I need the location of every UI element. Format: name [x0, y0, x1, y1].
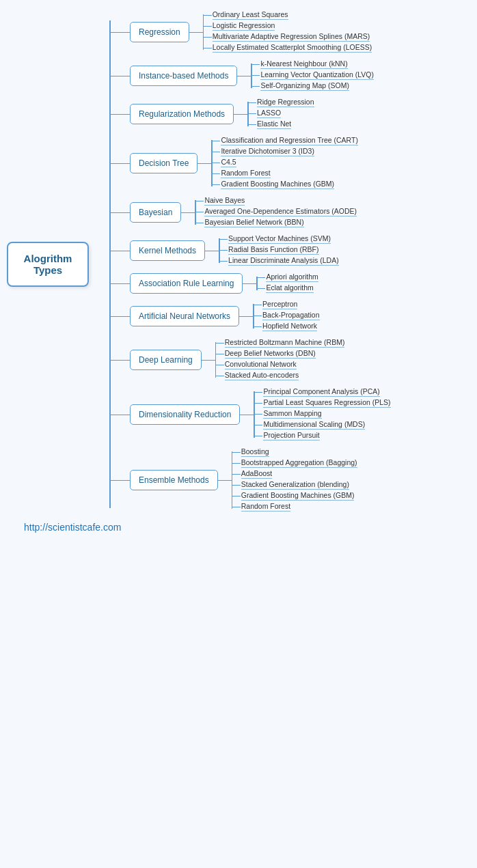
item-text: Restricted Boltzmann Machine (RBM)	[225, 338, 345, 348]
list-item: Iterative Dichotomiser 3 (ID3)	[211, 147, 358, 156]
items-block-kernel: Support Vector Machines (SVM)Radial Basi…	[219, 234, 339, 267]
category-decision-tree: Decision Tree	[130, 153, 197, 173]
category-regularization: Regularization Methods	[130, 104, 234, 124]
list-item: Boosting	[232, 447, 357, 457]
list-item: Self-Organizing Map (SOM)	[251, 81, 374, 91]
group-row-ensemble: Ensemble MethodsBoostingBootstrapped Agg…	[130, 447, 477, 513]
item-text: Apriori algorithm	[266, 272, 318, 282]
item-text: Deep Belief Networks (DBN)	[225, 349, 316, 359]
item-text: Naive Bayes	[204, 196, 245, 206]
items-block-dimensionality: Principal Component Analysis (PCA)Partia…	[254, 387, 390, 442]
item-text: AdaBoost	[241, 469, 273, 479]
items-block-regression: Ordinary Least SquaresLogistic Regressio…	[203, 10, 372, 54]
list-item: Ridge Regression	[247, 98, 314, 107]
item-text: Logistic Regression	[213, 21, 275, 31]
item-text: Stacked Generalization (blending)	[241, 480, 349, 490]
item-text: Ridge Regression	[257, 98, 314, 107]
list-item: Projection Pursuit	[254, 431, 390, 440]
items-block-bayesian: Naive BayesAveraged One-Dependence Estim…	[195, 196, 357, 229]
list-item: Random Forest	[211, 169, 358, 178]
group-row-kernel: Kernel MethodsSupport Vector Machines (S…	[130, 234, 477, 267]
list-item: Restricted Boltzmann Machine (RBM)	[215, 338, 345, 348]
list-item: Naive Bayes	[195, 196, 357, 206]
item-text: Ordinary Least Squares	[213, 10, 288, 20]
page-layout: Alogrithm Types RegressionOrdinary Least…	[0, 0, 477, 518]
item-text: Random Forest	[241, 502, 290, 512]
list-item: Linear Discriminate Analysis (LDA)	[219, 256, 339, 266]
right-column: RegressionOrdinary Least SquaresLogistic…	[106, 10, 477, 518]
list-item: Random Forest	[232, 502, 357, 512]
list-item: k-Nearest Neighbour (kNN)	[251, 59, 374, 69]
group-row-association: Association Rule LearningApriori algorit…	[130, 272, 477, 294]
item-text: Learning Vector Quantization (LVQ)	[260, 70, 374, 80]
h-connector-instance-based	[237, 76, 251, 76]
category-ensemble: Ensemble Methods	[130, 470, 218, 490]
category-instance-based: Instance-based Methods	[130, 66, 237, 86]
group-row-decision-tree: Decision TreeClassification and Regressi…	[130, 136, 477, 191]
item-text: Hopfield Network	[262, 322, 317, 331]
item-text: Sammon Mapping	[263, 409, 321, 419]
group-row-regression: RegressionOrdinary Least SquaresLogistic…	[130, 10, 477, 54]
category-regression: Regression	[130, 22, 189, 42]
item-text: LASSO	[257, 109, 281, 118]
item-text: Multidimensional Scaling (MDS)	[263, 420, 365, 430]
list-item: LASSO	[247, 109, 314, 118]
item-text: Averaged One-Dependence Estimators (AODE…	[204, 207, 357, 216]
items-block-regularization: Ridge RegressionLASSOElastic Net	[247, 98, 314, 130]
group-row-neural: Artificial Neural NetworksPerceptronBack…	[130, 300, 477, 333]
list-item: C4.5	[211, 158, 358, 167]
list-item: Convolutional Network	[215, 360, 345, 369]
group-row-dimensionality: Dimensionality ReductionPrincipal Compon…	[130, 387, 477, 442]
item-text: Perceptron	[262, 300, 297, 309]
item-text: Iterative Dichotomiser 3 (ID3)	[221, 147, 314, 156]
list-item: Partial Least Squares Regression (PLS)	[254, 398, 390, 408]
list-item: Averaged One-Dependence Estimators (AODE…	[195, 207, 357, 216]
list-item: Radial Basis Function (RBF)	[219, 245, 339, 255]
list-item: Perceptron	[253, 300, 319, 309]
item-text: Projection Pursuit	[263, 431, 319, 440]
item-text: Eclat algorithm	[266, 283, 313, 293]
list-item: Multidimensional Scaling (MDS)	[254, 420, 390, 430]
item-text: Support Vector Machines (SVM)	[228, 234, 331, 244]
items-block-association: Apriori algorithmEclat algorithm	[256, 272, 318, 294]
h-connector-neural	[239, 316, 253, 317]
list-item: Principal Component Analysis (PCA)	[254, 387, 390, 397]
item-text: Boosting	[241, 447, 269, 457]
category-association: Association Rule Learning	[130, 273, 243, 294]
list-item: Apriori algorithm	[256, 272, 318, 282]
item-text: Bayesian Belief Network (BBN)	[204, 218, 303, 227]
h-connector-association	[243, 283, 256, 284]
item-text: Convolutional Network	[225, 360, 297, 369]
item-text: Principal Component Analysis (PCA)	[263, 387, 379, 397]
list-item: Sammon Mapping	[254, 409, 390, 419]
category-dimensionality: Dimensionality Reduction	[130, 404, 240, 425]
website-link[interactable]: http://scientistcafe.com	[10, 515, 135, 540]
list-item: Multivariate Adaptive Regression Splines…	[203, 32, 372, 42]
list-item: Support Vector Machines (SVM)	[219, 234, 339, 244]
h-connector-ensemble	[218, 480, 232, 481]
list-item: Hopfield Network	[253, 322, 319, 331]
items-block-deep-learning: Restricted Boltzmann Machine (RBM)Deep B…	[215, 338, 345, 382]
list-item: Classification and Regression Tree (CART…	[211, 136, 358, 145]
h-connector-regularization	[234, 114, 247, 115]
list-item: Eclat algorithm	[256, 283, 318, 293]
h-connector-decision-tree	[197, 163, 211, 164]
h-connector-deep-learning	[202, 360, 215, 361]
item-text: Locally Estimated Scatterplot Smoothing …	[213, 43, 372, 53]
list-item: Logistic Regression	[203, 21, 372, 31]
items-block-ensemble: BoostingBootstrapped Aggregation (Baggin…	[232, 447, 357, 513]
item-text: Elastic Net	[257, 120, 291, 129]
h-connector-kernel	[205, 251, 219, 251]
main-title: Alogrithm Types	[7, 242, 89, 287]
item-text: Random Forest	[221, 169, 270, 178]
footer: http://scientistcafe.com	[0, 518, 477, 543]
group-row-deep-learning: Deep LearningRestricted Boltzmann Machin…	[130, 338, 477, 382]
list-item: Deep Belief Networks (DBN)	[215, 349, 345, 359]
items-block-decision-tree: Classification and Regression Tree (CART…	[211, 136, 358, 191]
item-text: Multivariate Adaptive Regression Splines…	[213, 32, 370, 42]
h-connector-dimensionality	[240, 415, 254, 415]
list-item: Learning Vector Quantization (LVQ)	[251, 70, 374, 80]
group-row-regularization: Regularization MethodsRidge RegressionLA…	[130, 98, 477, 130]
list-item: Bootstrapped Aggregation (Bagging)	[232, 458, 357, 468]
list-item: Stacked Generalization (blending)	[232, 480, 357, 490]
